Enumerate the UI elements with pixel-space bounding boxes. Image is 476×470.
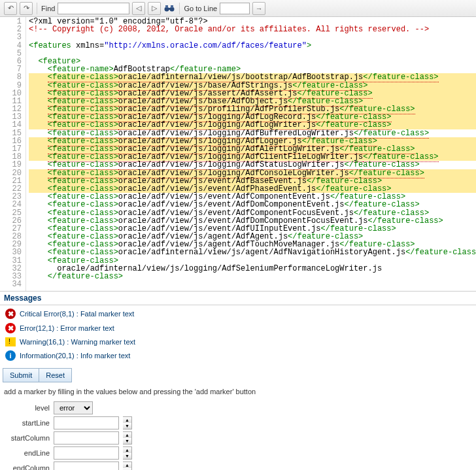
divider — [179, 3, 180, 14]
message-row[interactable]: iInformation(20,1) : Info marker text — [3, 348, 473, 363]
code-editor[interactable]: 1234567891011121314151617181920212223242… — [0, 17, 476, 292]
spin-up[interactable]: ▲ — [123, 462, 131, 468]
code-line[interactable]: <feature-class>oracle/adf/view/js/loggin… — [29, 161, 476, 169]
message-text: Error(12,1) : Error marker text — [20, 324, 114, 332]
line-number: 25 — [0, 209, 22, 217]
code-line[interactable] — [29, 50, 476, 58]
endline-input[interactable] — [54, 446, 119, 460]
find-label: Find — [41, 5, 55, 12]
divider — [37, 3, 37, 14]
startline-input[interactable] — [54, 416, 119, 429]
line-number: 3 — [0, 33, 22, 41]
code-line[interactable]: </feature-class> — [29, 273, 476, 280]
spin-up[interactable]: ▲ — [123, 447, 131, 453]
find-next-button[interactable]: ▷ — [148, 2, 161, 15]
code-line[interactable]: <feature-class>oracle/adfinternal/view/j… — [29, 73, 476, 81]
line-number: 4 — [0, 42, 22, 50]
code-line[interactable]: <feature-class>oracle/adf/view/js/base/A… — [29, 82, 476, 90]
line-number: 15 — [0, 129, 22, 137]
messages-panel: ✖Critical Error(8,1) : Fatal marker text… — [0, 305, 476, 365]
endline-label: endLine — [4, 449, 50, 457]
undo-button[interactable]: ↶ — [4, 2, 17, 15]
line-number: 14 — [0, 121, 22, 129]
spin-down[interactable]: ▼ — [123, 423, 131, 429]
level-select[interactable]: error — [54, 401, 93, 414]
endcolumn-label: endColumn — [4, 464, 50, 470]
goto-button[interactable]: → — [252, 2, 265, 15]
form-help-text: add a marker by filling in the values be… — [0, 385, 476, 398]
startline-label: startLine — [4, 419, 50, 427]
binoculars-icon[interactable] — [163, 3, 175, 14]
svg-rect-4 — [171, 5, 173, 8]
info-icon: i — [5, 350, 16, 361]
submit-button[interactable]: Submit — [3, 368, 39, 382]
code-line[interactable]: <features xmlns="http://xmlns.oracle.com… — [29, 42, 476, 50]
line-gutter: 1234567891011121314151617181920212223242… — [0, 17, 26, 291]
line-number: 20 — [0, 169, 22, 177]
startcolumn-input[interactable] — [54, 431, 119, 445]
startcolumn-label: startColumn — [4, 434, 50, 442]
message-row[interactable]: !Warning(16,1) : Warning marker text — [3, 335, 473, 348]
code-line[interactable] — [29, 280, 476, 288]
line-number: 31 — [0, 257, 22, 265]
messages-header: Messages — [0, 292, 476, 305]
line-number: 24 — [0, 201, 22, 209]
critical-error-icon: ✖ — [5, 309, 16, 319]
svg-rect-2 — [168, 8, 171, 10]
redo-button[interactable]: ↷ — [20, 2, 33, 15]
goto-input[interactable] — [220, 3, 250, 14]
find-input[interactable] — [58, 3, 129, 14]
code-line[interactable]: <feature-class>oracle/adf/view/js/loggin… — [29, 121, 476, 129]
code-line[interactable]: <!-- Copyright (c) 2008, 2012, Oracle an… — [29, 25, 476, 33]
find-prev-button[interactable]: ◁ — [132, 2, 145, 15]
code-area[interactable]: <?xml version="1.0" encoding="utf-8"?><!… — [26, 17, 476, 291]
message-text: Warning(16,1) : Warning marker text — [20, 338, 135, 346]
error-icon: ✖ — [5, 323, 16, 333]
action-buttons: Submit Reset — [0, 365, 476, 385]
line-number: 9 — [0, 82, 22, 90]
endcolumn-input[interactable] — [54, 462, 119, 470]
warning-icon: ! — [5, 337, 16, 346]
line-number: 34 — [0, 280, 22, 288]
code-line[interactable]: <feature-class>oracle/adf/view/js/loggin… — [29, 129, 476, 137]
marker-form: level error startLine ▲▼ startColumn ▲▼ … — [0, 398, 476, 470]
svg-rect-3 — [165, 5, 168, 8]
spin-up[interactable]: ▲ — [123, 417, 131, 423]
message-text: Information(20,1) : Info marker text — [20, 352, 130, 360]
reset-button[interactable]: Reset — [39, 368, 72, 382]
spin-down[interactable]: ▼ — [123, 438, 131, 444]
message-text: Critical Error(8,1) : Fatal marker text — [20, 310, 134, 318]
spin-up[interactable]: ▲ — [123, 432, 131, 438]
message-row[interactable]: ✖Critical Error(8,1) : Fatal marker text — [3, 307, 473, 321]
level-label: level — [4, 404, 50, 412]
line-number: 30 — [0, 248, 22, 256]
message-row[interactable]: ✖Error(12,1) : Error marker text — [3, 321, 473, 335]
goto-label: Go to Line — [184, 5, 217, 12]
toolbar: ↶ ↷ Find ◁ ▷ Go to Line → — [0, 0, 476, 17]
spin-down[interactable]: ▼ — [123, 453, 131, 459]
line-number: 19 — [0, 161, 22, 169]
line-number: 8 — [0, 73, 22, 81]
